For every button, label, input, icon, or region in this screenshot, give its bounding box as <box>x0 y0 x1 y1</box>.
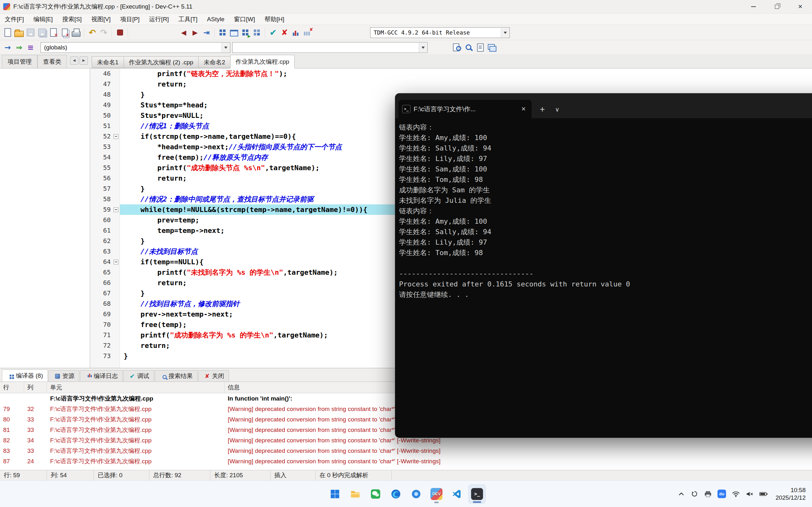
console-tab[interactable]: F:\c语言学习文件\作... ✕ <box>398 100 531 118</box>
console-line: 学生姓名: Amy,成绩: 100 <box>399 216 812 227</box>
chevron-up-icon[interactable] <box>677 490 685 498</box>
compiler-message-row[interactable]: 8333F:\c语言学习文件\作业第九次编程.cpp[Warning] depr… <box>0 446 812 456</box>
compile-icon[interactable] <box>217 27 229 38</box>
project-manager-tab[interactable]: 项目管理 <box>2 55 38 68</box>
taskbar-app-dev-cpp[interactable]: DEV <box>428 485 445 504</box>
redo-icon[interactable] <box>98 27 109 38</box>
search-toolbar-icons <box>452 42 497 53</box>
minimize-button[interactable] <box>742 0 765 13</box>
editor-tab[interactable]: 未命名1 <box>92 56 124 68</box>
taskbar-app-app-blue[interactable] <box>408 485 425 504</box>
taskbar-app-start[interactable] <box>326 485 344 504</box>
rebuild-icon[interactable] <box>251 27 263 38</box>
compiler-message-row[interactable]: 8724F:\c语言学习文件\作业第九次编程.cpp[Warning] depr… <box>0 456 812 466</box>
back-icon[interactable] <box>178 27 189 38</box>
output-tab-debug[interactable]: 调试 <box>123 370 154 382</box>
fold-toggle-icon[interactable] <box>113 134 118 139</box>
abort-icon[interactable] <box>279 27 290 38</box>
output-tab-compile-log[interactable]: 编译日志 <box>80 370 123 382</box>
class-view-tab[interactable]: 查看类 <box>38 55 67 68</box>
close-all-icon[interactable] <box>59 27 70 38</box>
tab-scroll-left-icon[interactable] <box>70 56 78 65</box>
maximize-button[interactable] <box>765 0 789 13</box>
scope-select-value: (globals) <box>44 44 67 51</box>
output-tab-search-results[interactable]: 搜索结果 <box>155 370 198 382</box>
baidu-pan-icon[interactable]: du <box>717 490 726 498</box>
project-panel <box>0 68 90 368</box>
output-tab-resources[interactable]: 资源 <box>49 370 79 382</box>
menu-item[interactable]: AStyle <box>202 14 229 25</box>
volume-mute-icon[interactable] <box>746 490 754 498</box>
member-select[interactable] <box>232 42 427 53</box>
profile-icon[interactable] <box>290 27 302 38</box>
debug-icon <box>129 373 135 379</box>
save-icon[interactable] <box>25 27 36 38</box>
goto-line-icon[interactable] <box>201 27 212 38</box>
taskbar-app-file-explorer[interactable] <box>347 485 364 504</box>
menu-item[interactable]: 运行[R] <box>144 14 173 25</box>
new-look-icon[interactable] <box>486 42 497 53</box>
goto-definition-icon[interactable] <box>13 42 25 53</box>
menu-item[interactable]: 编辑[E] <box>29 14 57 25</box>
fold-toggle-icon[interactable] <box>113 207 118 212</box>
console-line: 请按任意键继续. . . <box>399 289 812 300</box>
menu-item[interactable]: 搜索[S] <box>57 14 86 25</box>
taskbar-clock[interactable]: 10:58 2025/12/12 <box>775 487 809 502</box>
console-new-tab-button[interactable]: + <box>540 105 545 114</box>
goto-declaration-icon[interactable] <box>2 42 13 53</box>
sync-icon[interactable] <box>691 490 699 498</box>
console-dropdown-icon[interactable]: ∨ <box>555 106 560 113</box>
new-file-icon[interactable] <box>2 27 13 38</box>
editor-tab[interactable]: 作业第九次编程.cpp <box>230 55 295 68</box>
open-file-icon[interactable] <box>13 27 25 38</box>
wifi-icon[interactable] <box>732 490 740 498</box>
menu-item[interactable]: 文件[F] <box>0 14 29 25</box>
forward-icon[interactable] <box>189 27 201 38</box>
output-tab-label: 关闭 <box>212 372 224 380</box>
menu-item[interactable]: 项目[P] <box>115 14 144 25</box>
editor-tab[interactable]: 作业第九次编程 (2) .cpp <box>124 56 199 68</box>
menu-item[interactable]: 视图[V] <box>87 14 115 25</box>
menu-item[interactable]: 工具[T] <box>173 14 202 25</box>
insert-icon[interactable] <box>114 27 125 38</box>
compile-run-icon[interactable] <box>240 27 251 38</box>
search-file-icon[interactable] <box>452 42 463 53</box>
close-file-icon[interactable] <box>48 27 59 38</box>
console-window[interactable]: F:\c语言学习文件\作... ✕ + ∨ 链表内容：学生姓名: Amy,成绩:… <box>395 93 812 438</box>
console-output: 链表内容：学生姓名: Amy,成绩: 100学生姓名: Sally,成绩: 94… <box>395 118 812 438</box>
close-button[interactable] <box>789 0 812 13</box>
console-tab-close-icon[interactable]: ✕ <box>519 105 528 113</box>
gutter-line: 60 <box>90 215 119 225</box>
output-tab-label: 资源 <box>62 372 74 380</box>
console-title-bar[interactable]: F:\c语言学习文件\作... ✕ + ∨ <box>395 94 812 118</box>
debug-icon[interactable] <box>267 27 279 38</box>
compiler-profile-select[interactable]: TDM-GCC 4.9.2 64-bit Release <box>370 27 510 38</box>
gutter-line: 73 <box>90 351 119 361</box>
menu-item[interactable]: 窗口[W] <box>229 14 260 25</box>
search-icon[interactable] <box>463 42 474 53</box>
output-tab-compiler[interactable]: 编译器 (8) <box>2 370 48 382</box>
battery-icon[interactable] <box>759 490 768 498</box>
print-icon[interactable] <box>70 27 82 38</box>
report-icon[interactable] <box>474 42 486 53</box>
run-icon[interactable] <box>229 27 240 38</box>
gutter-line: 66 <box>90 278 119 288</box>
taskbar-app-vscode[interactable] <box>448 485 465 504</box>
undo-icon[interactable] <box>87 27 98 38</box>
line-number: 87 <box>0 456 24 466</box>
output-tab-close[interactable]: 关闭 <box>198 370 229 382</box>
delete-profiling-icon[interactable] <box>302 27 313 38</box>
printer-icon[interactable] <box>704 490 712 498</box>
editor-tab[interactable]: 未命名2 <box>198 56 230 68</box>
taskbar-app-wechat[interactable] <box>367 485 384 504</box>
tab-scroll-right-icon[interactable] <box>80 56 88 65</box>
menu-item[interactable]: 帮助[H] <box>260 14 289 25</box>
title-bar[interactable]: F:\c语言学习文件\作业第九次编程.cpp - [Executing] - D… <box>0 0 812 13</box>
fold-toggle-icon[interactable] <box>113 260 118 264</box>
scope-select[interactable]: (globals) <box>41 42 230 53</box>
status-segment: 插入 <box>270 470 316 481</box>
taskbar-app-edge[interactable] <box>387 485 404 504</box>
taskbar-app-terminal[interactable] <box>468 485 486 504</box>
class-hierarchy-icon[interactable] <box>25 42 36 53</box>
save-all-icon[interactable] <box>36 27 48 38</box>
